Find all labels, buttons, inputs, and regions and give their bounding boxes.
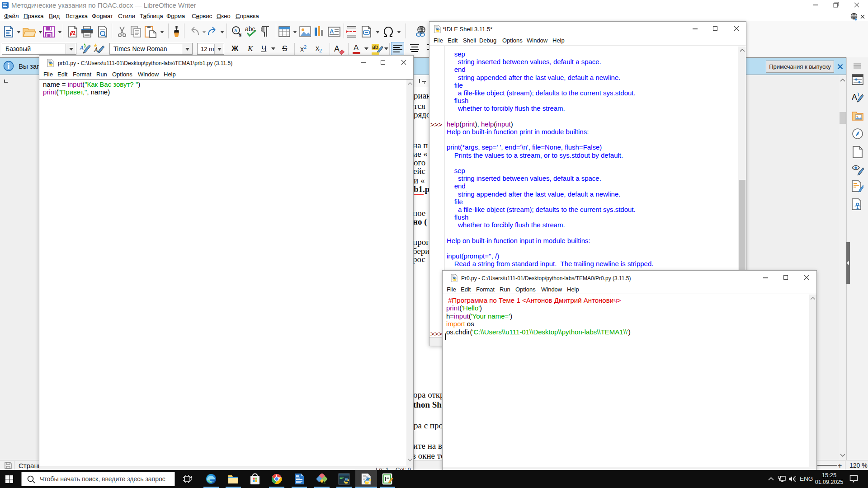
svg-text:d: d — [239, 32, 241, 38]
svg-text:A: A — [334, 44, 340, 53]
svg-text:ab: ab — [372, 44, 378, 50]
svg-text:A: A — [80, 44, 84, 52]
svg-text:A: A — [94, 47, 98, 53]
svg-text:a: a — [234, 28, 237, 33]
svg-text:A: A — [852, 93, 857, 102]
svg-text:A: A — [330, 28, 334, 35]
